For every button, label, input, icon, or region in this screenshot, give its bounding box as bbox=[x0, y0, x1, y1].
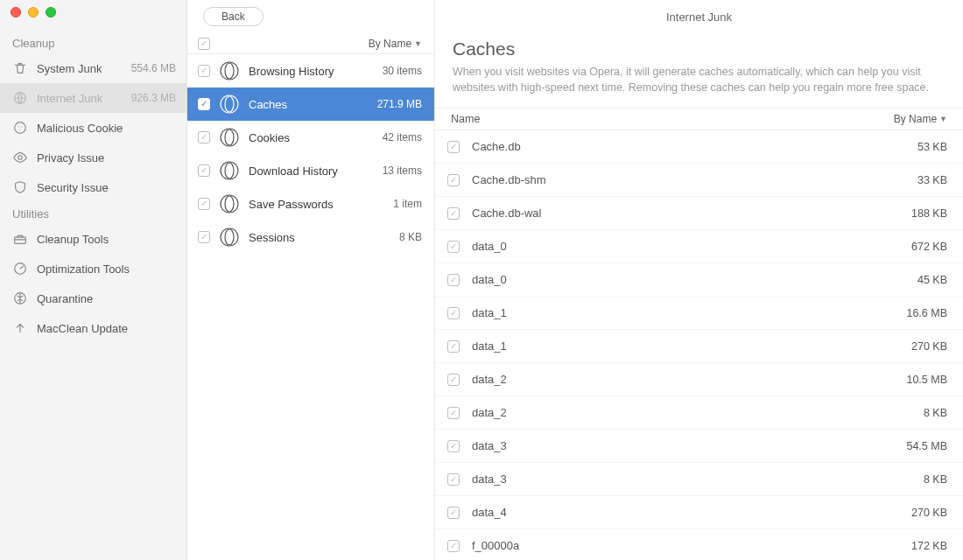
sidebar-item-label: Malicious Cookie bbox=[37, 122, 176, 135]
category-row[interactable]: Browsing History30 items bbox=[187, 54, 434, 88]
file-checkbox[interactable] bbox=[447, 274, 460, 286]
minimize-window-button[interactable] bbox=[28, 7, 39, 18]
category-checkbox[interactable] bbox=[198, 231, 210, 243]
file-row[interactable]: data_210.5 MB bbox=[435, 363, 963, 396]
detail-heading: Caches bbox=[453, 38, 945, 60]
file-row[interactable]: Cache.db-shm33 KB bbox=[435, 164, 963, 197]
category-label: Sessions bbox=[249, 231, 390, 244]
file-checkbox[interactable] bbox=[447, 241, 460, 253]
file-checkbox[interactable] bbox=[447, 174, 460, 186]
close-window-button[interactable] bbox=[11, 7, 21, 18]
category-row[interactable]: Caches271.9 MB bbox=[187, 88, 434, 121]
file-row[interactable]: data_1270 KB bbox=[435, 330, 963, 363]
select-all-categories-checkbox[interactable] bbox=[198, 38, 210, 50]
file-checkbox[interactable] bbox=[447, 141, 460, 153]
sidebar-item-label: Cleanup Tools bbox=[37, 233, 176, 246]
file-row[interactable]: data_116.6 MB bbox=[435, 297, 963, 330]
category-row[interactable]: Cookies42 items bbox=[187, 121, 434, 154]
file-size: 172 KB bbox=[911, 540, 947, 552]
category-checkbox[interactable] bbox=[198, 164, 210, 177]
file-name: data_2 bbox=[472, 406, 911, 419]
sidebar-item-value: 554.6 MB bbox=[131, 62, 176, 74]
category-checkbox[interactable] bbox=[198, 65, 210, 77]
cookie-icon bbox=[12, 120, 28, 136]
file-row[interactable]: data_0672 KB bbox=[435, 230, 963, 263]
svg-point-1 bbox=[15, 122, 26, 134]
category-value: 8 KB bbox=[399, 231, 422, 243]
back-button[interactable]: Back bbox=[203, 7, 264, 26]
sidebar-item-system-junk[interactable]: System Junk554.6 MB bbox=[0, 53, 186, 83]
file-row[interactable]: data_045 KB bbox=[435, 263, 963, 297]
file-row[interactable]: f_00000a172 KB bbox=[435, 529, 963, 560]
category-row[interactable]: Save Passwords1 item bbox=[187, 187, 434, 220]
file-list[interactable]: Cache.db53 KBCache.db-shm33 KBCache.db-w… bbox=[435, 130, 963, 560]
svg-point-13 bbox=[221, 129, 238, 146]
file-size: 53 KB bbox=[917, 141, 947, 153]
file-row[interactable]: Cache.db53 KB bbox=[435, 130, 963, 164]
toolbox-icon bbox=[12, 231, 28, 247]
file-row[interactable]: data_28 KB bbox=[435, 396, 963, 430]
category-checkbox[interactable] bbox=[198, 98, 210, 110]
category-value: 42 items bbox=[383, 131, 422, 144]
sidebar-item-macclean-update[interactable]: MacClean Update bbox=[0, 313, 186, 343]
sidebar-item-optimization-tools[interactable]: Optimization Tools bbox=[0, 254, 186, 284]
sidebar-item-internet-junk[interactable]: Internet Junk926.3 MB bbox=[0, 83, 186, 113]
file-checkbox[interactable] bbox=[447, 507, 460, 519]
file-name: data_0 bbox=[472, 240, 899, 253]
trash-icon bbox=[12, 60, 28, 76]
file-size: 54.5 MB bbox=[906, 440, 947, 452]
file-size: 16.6 MB bbox=[906, 307, 947, 319]
file-row[interactable]: Cache.db-wal188 KB bbox=[435, 197, 963, 230]
file-size: 188 KB bbox=[911, 207, 947, 220]
file-checkbox[interactable] bbox=[447, 440, 460, 452]
category-checkbox[interactable] bbox=[198, 131, 210, 144]
sidebar-item-security-issue[interactable]: Security Issue bbox=[0, 172, 186, 202]
svg-point-19 bbox=[221, 228, 238, 246]
file-name: data_4 bbox=[472, 506, 899, 519]
window-controls bbox=[0, 5, 186, 32]
page-title: Internet Junk bbox=[435, 0, 963, 33]
file-checkbox[interactable] bbox=[447, 374, 460, 386]
svg-point-10 bbox=[225, 63, 234, 79]
shield-icon bbox=[12, 179, 28, 195]
category-row[interactable]: Download History13 items bbox=[187, 154, 434, 187]
file-checkbox[interactable] bbox=[447, 407, 460, 419]
file-checkbox[interactable] bbox=[447, 340, 460, 353]
sidebar-item-value: 926.3 MB bbox=[131, 92, 176, 104]
svg-point-20 bbox=[225, 229, 234, 245]
category-checkbox[interactable] bbox=[198, 198, 210, 210]
category-row[interactable]: Sessions8 KB bbox=[187, 220, 434, 254]
gauge-icon bbox=[12, 261, 28, 276]
file-checkbox[interactable] bbox=[447, 473, 460, 486]
file-size: 8 KB bbox=[924, 473, 947, 486]
file-size: 672 KB bbox=[911, 241, 947, 253]
file-row[interactable]: data_38 KB bbox=[435, 463, 963, 496]
sidebar-item-label: Quarantine bbox=[37, 292, 176, 305]
svg-point-4 bbox=[19, 130, 20, 130]
sidebar-item-label: System Junk bbox=[37, 62, 131, 75]
sidebar-item-privacy-issue[interactable]: Privacy Issue bbox=[0, 143, 186, 172]
category-sort-dropdown[interactable]: By Name ▼ bbox=[369, 38, 422, 50]
file-row[interactable]: data_354.5 MB bbox=[435, 430, 963, 463]
file-name: f_00000a bbox=[472, 539, 899, 552]
file-name: Cache.db-shm bbox=[472, 173, 905, 186]
file-checkbox[interactable] bbox=[447, 540, 460, 552]
file-column-header: Name By Name ▼ bbox=[435, 108, 963, 130]
category-value: 13 items bbox=[383, 164, 422, 177]
zoom-window-button[interactable] bbox=[46, 7, 56, 18]
chevron-down-icon: ▼ bbox=[414, 39, 422, 48]
svg-point-2 bbox=[18, 126, 19, 127]
file-checkbox[interactable] bbox=[447, 307, 460, 319]
file-checkbox[interactable] bbox=[447, 207, 460, 220]
file-name: data_2 bbox=[472, 373, 894, 386]
svg-point-5 bbox=[18, 156, 23, 160]
sidebar-item-quarantine[interactable]: Quarantine bbox=[0, 284, 186, 313]
file-sort-dropdown[interactable]: By Name ▼ bbox=[894, 113, 947, 125]
file-row[interactable]: data_4270 KB bbox=[435, 496, 963, 529]
sidebar-item-cleanup-tools[interactable]: Cleanup Tools bbox=[0, 224, 186, 254]
category-value: 271.9 MB bbox=[377, 98, 422, 110]
category-label: Caches bbox=[249, 98, 369, 111]
sidebar-item-label: Internet Junk bbox=[37, 92, 131, 105]
file-size: 270 KB bbox=[911, 340, 947, 353]
sidebar-item-malicious-cookie[interactable]: Malicious Cookie bbox=[0, 113, 186, 143]
